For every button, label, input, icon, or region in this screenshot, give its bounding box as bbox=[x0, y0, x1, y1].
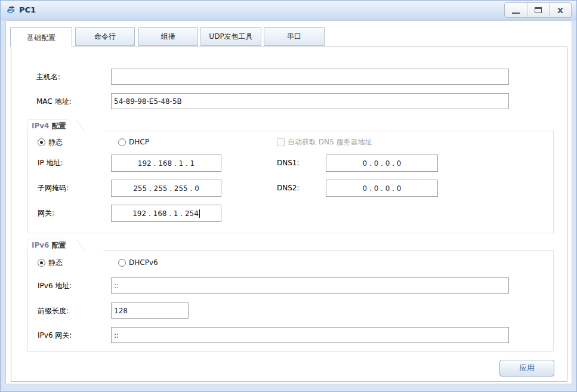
close-button[interactable]: X bbox=[549, 3, 571, 17]
tab-label: 串口 bbox=[287, 32, 301, 42]
tab-label: 组播 bbox=[161, 32, 175, 42]
ipv4-group-title-en: IPv4 bbox=[32, 122, 49, 130]
gateway-input[interactable]: 192 . 168 . 1 . 254 bbox=[111, 205, 221, 222]
ipv6-dhcpv6-radio[interactable] bbox=[118, 259, 126, 267]
gateway-value: 192 . 168 . 1 . 254 bbox=[132, 209, 199, 218]
ipv4-dhcp-label: DHCP bbox=[129, 138, 149, 146]
dns2-value: 0 . 0 . 0 . 0 bbox=[363, 184, 402, 193]
tab-multicast[interactable]: 组播 bbox=[138, 27, 198, 46]
ip-address-input[interactable]: 192 . 168 . 1 . 1 bbox=[111, 155, 221, 172]
dns2-input[interactable]: 0 . 0 . 0 . 0 bbox=[326, 180, 438, 197]
dns1-input[interactable]: 0 . 0 . 0 . 0 bbox=[326, 155, 438, 172]
window-controls: X bbox=[504, 2, 572, 18]
mac-address-input[interactable] bbox=[111, 93, 509, 109]
window-title: PC1 bbox=[19, 5, 36, 14]
tab-command-line[interactable]: 命令行 bbox=[75, 27, 135, 46]
gateway-label: 网关: bbox=[38, 205, 54, 221]
tab-serial-port[interactable]: 串口 bbox=[264, 27, 325, 46]
tab-label: UDP发包工具 bbox=[209, 32, 252, 42]
pc-config-window: PC1 X 基础配置 命令行 组播 UDP发包工具 串口 主机名: MA bbox=[0, 0, 577, 392]
ipv4-static-radio[interactable] bbox=[38, 138, 45, 146]
apply-button-label: 应用 bbox=[519, 363, 535, 374]
ipv6-address-input[interactable] bbox=[111, 277, 509, 294]
ip-address-value: 192 . 168 . 1 . 1 bbox=[138, 159, 195, 168]
tab-label: 命令行 bbox=[94, 32, 116, 42]
prefix-length-input[interactable] bbox=[111, 303, 189, 319]
ipv6-group-title: IPv6 配置 bbox=[27, 239, 68, 251]
minimize-icon bbox=[512, 13, 520, 14]
ipv6-group-title-en: IPv6 bbox=[32, 241, 49, 249]
minimize-button[interactable] bbox=[505, 3, 527, 17]
ensp-logo-icon bbox=[5, 5, 17, 16]
ipv6-address-label: IPv6 地址: bbox=[38, 277, 72, 294]
titlebar[interactable]: PC1 X bbox=[1, 1, 576, 20]
tab-label: 基础配置 bbox=[27, 33, 55, 43]
maximize-button[interactable] bbox=[527, 3, 549, 17]
dns2-label: DNS2: bbox=[277, 180, 300, 196]
ipv4-group-title: IPv4 配置 bbox=[27, 119, 68, 132]
ipv6-group-title-cn: 配置 bbox=[51, 240, 66, 251]
ipv4-group-title-cn: 配置 bbox=[51, 121, 66, 131]
auto-dns-checkbox bbox=[277, 138, 285, 146]
maximize-icon bbox=[535, 7, 542, 13]
ip-address-label: IP 地址: bbox=[38, 155, 63, 171]
ipv6-gateway-input[interactable] bbox=[111, 327, 509, 343]
ipv6-static-label: 静态 bbox=[48, 259, 63, 267]
tab-udp-tool[interactable]: UDP发包工具 bbox=[200, 27, 261, 46]
subnet-mask-input[interactable]: 255 . 255 . 255 . 0 bbox=[111, 180, 221, 197]
ipv4-static-label: 静态 bbox=[48, 138, 63, 146]
dns1-value: 0 . 0 . 0 . 0 bbox=[363, 159, 402, 168]
tab-basic-config[interactable]: 基础配置 bbox=[10, 27, 72, 47]
hostname-input[interactable] bbox=[111, 69, 509, 85]
ipv6-gateway-label: IPv6 网关: bbox=[38, 327, 72, 344]
ipv6-static-radio[interactable] bbox=[38, 259, 45, 267]
close-icon: X bbox=[557, 7, 563, 14]
subnet-mask-value: 255 . 255 . 255 . 0 bbox=[133, 184, 199, 193]
apply-button[interactable]: 应用 bbox=[499, 360, 554, 376]
hostname-label: 主机名: bbox=[36, 69, 60, 85]
prefix-length-label: 前缀长度: bbox=[38, 303, 69, 319]
ipv4-dhcp-radio[interactable] bbox=[118, 138, 126, 146]
subnet-mask-label: 子网掩码: bbox=[38, 180, 69, 196]
dns1-label: DNS1: bbox=[277, 155, 300, 171]
ipv6-dhcpv6-label: DHCPv6 bbox=[129, 259, 158, 267]
text-cursor bbox=[199, 209, 200, 218]
auto-dns-label: 自动获取 DNS 服务器地址 bbox=[288, 138, 372, 146]
mac-address-label: MAC 地址: bbox=[36, 93, 72, 110]
